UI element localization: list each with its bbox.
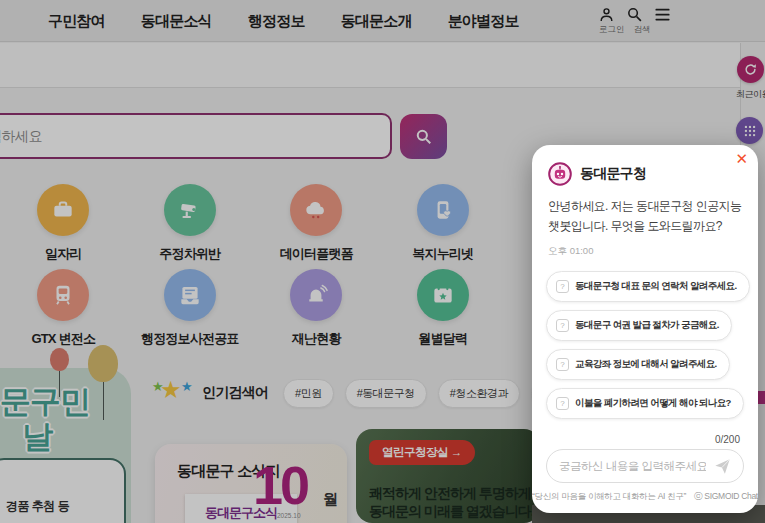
chatbot-footer: “당신의 마음을 이해하고 대화하는 AI 친구” ⓒ SIGMOID Chat	[532, 483, 758, 513]
question-icon: ?	[556, 358, 569, 371]
chatbot-panel: ✕ 동대문구청 안녕하세요. 저는 동대문구청 인공지능 챗봇입니다. 무엇을 …	[532, 145, 758, 513]
chatbot-header: 동대문구청	[532, 145, 758, 186]
char-counter: 0/200	[532, 434, 758, 449]
chatbot-title: 동대문구청	[580, 165, 646, 183]
chat-input-row	[546, 449, 744, 483]
chat-message-input[interactable]	[559, 460, 706, 472]
chat-suggestion-disposal[interactable]: ? 이불을 폐기하려면 어떻게 해야 되나요?	[546, 388, 744, 419]
question-icon: ?	[556, 280, 569, 293]
chatbot-close-button[interactable]: ✕	[731, 147, 752, 170]
chatbot-suggestions: ? 동대문구청 대표 문의 연락처 알려주세요. ? 동대문구 여권 발급 절차…	[532, 258, 758, 419]
send-button[interactable]	[714, 458, 731, 475]
chat-suggestion-passport[interactable]: ? 동대문구 여권 발급 절차가 궁금해요.	[546, 310, 732, 341]
chatbot-greeting: 안녕하세요. 저는 동대문구청 인공지능 챗봇입니다. 무엇을 도와드릴까요?	[532, 186, 758, 237]
paper-plane-icon	[714, 458, 731, 475]
chatbot-avatar	[548, 162, 572, 186]
question-icon: ?	[556, 397, 569, 410]
question-icon: ?	[556, 319, 569, 332]
dongdaemun-gov-homepage: 구민참여 동대문소식 행정정보 동대문소개 분야별정보 로그인 검색 최근이용	[0, 0, 765, 523]
chat-suggestion-education[interactable]: ? 교육강좌 정보에 대해서 알려주세요.	[546, 349, 730, 380]
chat-suggestion-contact[interactable]: ? 동대문구청 대표 문의 연락처 알려주세요.	[546, 271, 750, 302]
footer-quote: “당신의 마음을 이해하고 대화하는 AI 친구”	[532, 491, 686, 503]
footer-brand: ⓒ SIGMOID Chat	[694, 491, 758, 503]
chatbot-timestamp: 오후 01:00	[532, 237, 758, 258]
